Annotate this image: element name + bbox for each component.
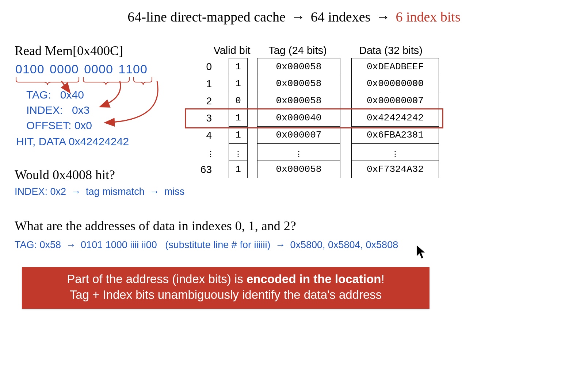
arrow-icon: → [69, 186, 83, 197]
bin-group-0: 0100 [15, 62, 45, 76]
row-valid: 1 [229, 127, 248, 144]
row-valid: 1 [229, 75, 248, 92]
question-3-block: What are the addresses of data in indexe… [15, 218, 438, 251]
row-data: ··· [351, 144, 439, 161]
title-part2: 64 indexes [311, 9, 371, 24]
table-row: 310x0000400x42424242 [186, 109, 442, 127]
table-row: ············ [186, 144, 442, 161]
col-header-valid: Valid bit [212, 45, 252, 57]
offset-value: 0x0 [75, 119, 92, 131]
bin-group-3: 1100 [118, 62, 148, 76]
q3-title: What are the addresses of data in indexe… [15, 218, 438, 234]
q2-title: Would 0x4008 hit? [15, 167, 190, 182]
summary-line1-c: ! [381, 272, 384, 286]
row-tag: 0x000058 [257, 75, 340, 92]
index-value: 0x3 [72, 104, 89, 116]
row-tag: 0x000058 [257, 92, 340, 109]
q3-ans-results: 0x5800, 0x5804, 0x5808 [290, 239, 398, 250]
table-row: 110x0000580x00000000 [186, 75, 442, 92]
row-valid: 1 [229, 58, 248, 75]
arrow-icon: → [273, 239, 287, 250]
table-row: 6310x0000580xF7324A32 [186, 161, 442, 178]
cache-rows: 010x0000580xDEADBEEF110x0000580x00000000… [186, 58, 442, 178]
summary-line1: Part of the address (index bits) is enco… [28, 271, 423, 287]
row-data: 0x42424242 [351, 109, 439, 127]
cache-headers: Valid bit Tag (24 bits) Data (32 bits) [186, 45, 442, 57]
example-block: Read Mem[0x400C] 0100 0000 0000 1100 TAG… [15, 43, 175, 148]
row-index: 63 [186, 161, 218, 178]
offset-label: OFFSET: [26, 119, 71, 131]
row-index: ··· [186, 144, 218, 161]
arrow-icon: → [64, 239, 78, 250]
row-tag: 0x000007 [257, 127, 340, 144]
slide-title: 64-line direct-mapped cache → 64 indexes… [0, 9, 588, 25]
table-row: 410x0000070x6FBA2381 [186, 127, 442, 144]
row-tag: ··· [257, 144, 340, 161]
address-binary: 0100 0000 0000 1100 [15, 62, 175, 76]
row-data: 0x00000000 [351, 75, 439, 92]
title-part1: 64-line direct-mapped cache [127, 9, 286, 24]
offset-field: OFFSET: 0x0 [26, 118, 175, 133]
row-index: 1 [186, 75, 218, 92]
row-valid: 0 [229, 92, 248, 109]
row-valid: 1 [229, 109, 248, 127]
bin-group-1: 0000 [49, 62, 80, 76]
row-valid: 1 [229, 161, 248, 178]
row-index: 2 [186, 92, 218, 109]
index-field: INDEX: 0x3 [26, 103, 175, 118]
tag-field: TAG: 0x40 [26, 87, 175, 103]
q3-ans-note: (substitute line # for iiiiii) [165, 239, 270, 250]
tag-value: 0x40 [60, 89, 84, 101]
q2-ans-miss: miss [164, 186, 185, 197]
q2-ans-mismatch: tag mismatch [86, 186, 145, 197]
row-valid: ··· [229, 144, 248, 161]
col-header-tag: Tag (24 bits) [252, 45, 343, 57]
question-2-block: Would 0x4008 hit? INDEX: 0x2 → tag misma… [15, 167, 190, 197]
arrow-icon: → [374, 9, 392, 24]
cursor-icon [415, 244, 428, 260]
summary-line1-a: Part of the address (index bits) is [67, 272, 247, 286]
row-tag: 0x000058 [257, 161, 340, 178]
q2-ans-index: INDEX: 0x2 [15, 186, 66, 197]
result-line: HIT, DATA 0x42424242 [16, 135, 175, 148]
summary-line2: Tag + Index bits unambiguously identify … [28, 287, 423, 303]
row-tag: 0x000058 [257, 58, 340, 75]
underbrace [15, 76, 168, 87]
arrow-icon: → [289, 9, 307, 24]
index-label: INDEX: [26, 104, 63, 116]
row-index: 3 [186, 109, 218, 127]
q2-answer: INDEX: 0x2 → tag mismatch → miss [15, 186, 190, 197]
row-tag: 0x000040 [257, 109, 340, 127]
cache-table: Valid bit Tag (24 bits) Data (32 bits) 0… [186, 45, 442, 178]
row-index: 4 [186, 127, 218, 144]
table-row: 010x0000580xDEADBEEF [186, 58, 442, 75]
arrow-icon: → [147, 186, 161, 197]
bin-group-2: 0000 [83, 62, 114, 76]
summary-bar: Part of the address (index bits) is enco… [22, 267, 429, 309]
col-header-data: Data (32 bits) [343, 45, 438, 57]
tag-label: TAG: [26, 89, 51, 101]
title-emphasis: 6 index bits [396, 9, 460, 24]
q3-answer: TAG: 0x58 → 0101 1000 iiii ii00 (substit… [15, 239, 438, 251]
row-data: 0x6FBA2381 [351, 127, 439, 144]
row-data: 0xDEADBEEF [351, 58, 439, 75]
row-data: 0xF7324A32 [351, 161, 439, 178]
row-data: 0x00000007 [351, 92, 439, 109]
readmem-label: Read Mem[0x400C] [15, 43, 175, 58]
row-index: 0 [186, 58, 218, 75]
summary-line1-b: encoded in the location [247, 272, 381, 286]
q3-ans-binary: 0101 1000 iiii ii00 [81, 239, 157, 250]
q3-ans-prefix: TAG: 0x58 [15, 239, 61, 250]
table-row: 200x0000580x00000007 [186, 92, 442, 109]
